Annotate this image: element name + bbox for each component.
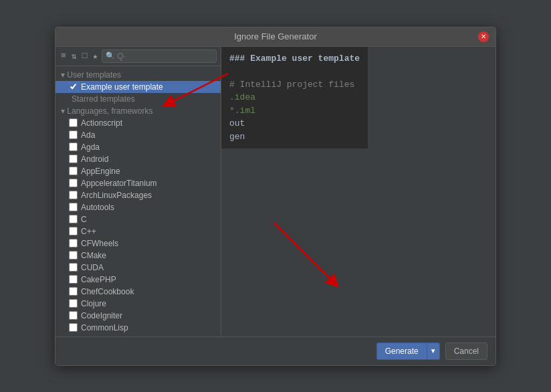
lang-item[interactable]: Autotools	[56, 201, 221, 213]
lang-item[interactable]: Actionscript	[56, 117, 221, 129]
lang-label: ArchLinuxPackages	[81, 191, 152, 200]
generate-group: Generate ▼	[376, 342, 440, 360]
lang-checkbox[interactable]	[69, 215, 78, 223]
lang-item[interactable]: CommonLisp	[56, 322, 221, 334]
lang-label: C	[81, 215, 87, 224]
star-icon[interactable]: ★	[91, 50, 99, 63]
code-line: .idea	[229, 91, 360, 104]
search-icon: 🔍	[106, 52, 115, 60]
box-icon[interactable]: □	[81, 50, 89, 62]
annotation-arrow-2	[261, 216, 354, 296]
lang-checkbox[interactable]	[69, 323, 78, 332]
code-line: *.iml	[229, 104, 360, 118]
example-user-template-checkbox[interactable]	[69, 82, 78, 91]
lang-checkbox[interactable]	[69, 118, 78, 127]
lang-label: Android	[81, 155, 108, 164]
languages-label: ▾ Languages, frameworks	[61, 106, 152, 116]
left-panel: ≡ ⇅ □ ★ 🔍 ▾ User templates Example user …	[56, 47, 221, 336]
search-input[interactable]	[117, 52, 213, 61]
title-bar: Ignore File Generator ✕	[56, 27, 495, 47]
code-line: # IntelliJ project files	[229, 78, 360, 92]
lang-checkbox[interactable]	[69, 142, 78, 151]
example-user-template-label: Example user template	[81, 82, 163, 92]
bottom-bar: Generate ▼ Cancel	[56, 336, 495, 365]
lang-item[interactable]: C++	[56, 225, 221, 237]
lang-item[interactable]: C	[56, 213, 221, 225]
lang-checkbox[interactable]	[69, 227, 78, 235]
lang-checkbox[interactable]	[69, 311, 78, 320]
lang-label: CFWheels	[81, 239, 118, 248]
generate-dropdown-button[interactable]: ▼	[427, 342, 440, 360]
lang-item[interactable]: Agda	[56, 141, 221, 153]
lang-label: Clojure	[81, 299, 106, 308]
lang-checkbox[interactable]	[69, 179, 78, 187]
user-templates-header[interactable]: ▾ User templates	[56, 69, 221, 81]
lang-checkbox[interactable]	[69, 299, 78, 308]
lang-label: AppceleratorTitanium	[81, 179, 157, 188]
lang-item[interactable]: CakePHP	[56, 274, 221, 286]
user-templates-label: ▾ User templates	[61, 70, 121, 80]
lang-checkbox[interactable]	[69, 287, 78, 296]
search-box[interactable]: 🔍	[102, 50, 217, 63]
lang-item[interactable]: ChefCookbook	[56, 286, 221, 298]
lang-checkbox[interactable]	[69, 203, 78, 211]
lang-label: Autotools	[81, 203, 114, 212]
example-user-template-item[interactable]: Example user template	[56, 81, 221, 93]
lang-item[interactable]: ArchLinuxPackages	[56, 189, 221, 201]
lang-item[interactable]: CUDA	[56, 262, 221, 274]
lang-checkbox[interactable]	[69, 130, 78, 139]
list-icon[interactable]: ≡	[60, 50, 68, 62]
cancel-button[interactable]: Cancel	[445, 342, 487, 360]
lang-item[interactable]: AppceleratorTitanium	[56, 177, 221, 189]
lang-item[interactable]: CFWheels	[56, 237, 221, 250]
code-line: out	[229, 117, 360, 130]
dialog: Ignore File Generator ✕ ≡ ⇅ □ ★ 🔍 ▾ User…	[55, 27, 496, 366]
lang-item[interactable]: AppEngine	[56, 165, 221, 177]
lang-checkbox[interactable]	[69, 263, 78, 272]
lang-label: CakePHP	[81, 275, 116, 284]
starred-templates-label: Starred templates	[56, 93, 221, 105]
close-button[interactable]: ✕	[478, 31, 489, 42]
lang-label: CUDA	[81, 263, 104, 272]
lang-label: ChefCookbook	[81, 287, 134, 296]
toolbar: ≡ ⇅ □ ★ 🔍	[56, 47, 221, 66]
lang-item[interactable]: Ada	[56, 129, 221, 141]
languages-header[interactable]: ▾ Languages, frameworks	[56, 105, 221, 117]
lang-item[interactable]: Android	[56, 153, 221, 165]
tree-area[interactable]: ▾ User templates Example user template S…	[56, 66, 221, 336]
lang-label: CMake	[81, 251, 106, 260]
lang-label: Ada	[81, 130, 95, 140]
lang-checkbox[interactable]	[69, 191, 78, 199]
lang-checkbox[interactable]	[69, 275, 78, 284]
code-line: gen	[229, 130, 360, 144]
lang-checkbox[interactable]	[69, 239, 78, 248]
svg-line-3	[274, 223, 334, 283]
filter-icon[interactable]: ⇅	[70, 50, 78, 63]
editor-panel: ### Example user template # IntelliJ pro…	[221, 47, 368, 149]
lang-checkbox[interactable]	[69, 251, 78, 260]
lang-label: CommonLisp	[81, 323, 128, 332]
lang-label: Actionscript	[81, 118, 122, 128]
lang-label: Agda	[81, 142, 100, 152]
dialog-title: Ignore File Generator	[73, 31, 478, 41]
lang-label: C++	[81, 227, 96, 236]
code-line: ### Example user template	[229, 52, 360, 66]
generate-button[interactable]: Generate	[376, 342, 427, 360]
lang-checkbox[interactable]	[69, 167, 78, 175]
code-line	[229, 65, 360, 78]
main-content: ≡ ⇅ □ ★ 🔍 ▾ User templates Example user …	[56, 47, 495, 336]
lang-label: CodeIgniter	[81, 311, 122, 320]
lang-checkbox[interactable]	[69, 155, 78, 163]
lang-item[interactable]: Clojure	[56, 298, 221, 310]
languages-list: ActionscriptAdaAgdaAndroidAppEngineAppce…	[56, 117, 221, 334]
lang-label: AppEngine	[81, 167, 120, 176]
lang-item[interactable]: CodeIgniter	[56, 310, 221, 322]
right-wrapper: ### Example user template # IntelliJ pro…	[221, 47, 368, 336]
lang-item[interactable]: CMake	[56, 250, 221, 262]
